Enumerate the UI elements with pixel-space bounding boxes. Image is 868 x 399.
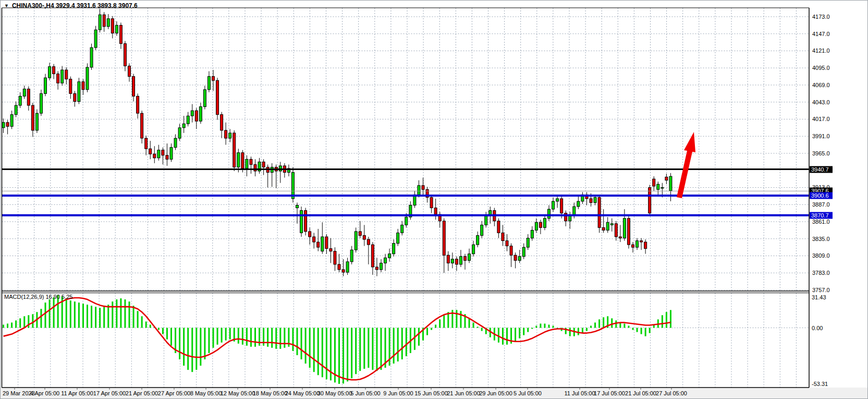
candle-body	[115, 25, 118, 33]
macd-histogram-bar	[615, 320, 617, 328]
price-axis-label: 3835.0	[812, 236, 830, 242]
macd-histogram-bar	[481, 328, 483, 331]
macd-histogram-bar	[469, 318, 470, 328]
candle-body	[212, 77, 215, 81]
macd-histogram-bar	[381, 328, 382, 370]
candle-body	[577, 201, 580, 207]
symbol-dropdown-icon[interactable]: ▼	[4, 3, 9, 8]
price-axis-label: 3861.0	[812, 219, 830, 225]
candle-body	[632, 245, 634, 247]
price-axis-label: 3991.0	[812, 133, 830, 139]
candle-body	[594, 197, 596, 202]
candle-body	[443, 221, 445, 255]
macd-histogram-bar	[275, 328, 277, 349]
macd-histogram-bar	[401, 328, 403, 359]
candle-body	[644, 242, 647, 249]
candle-body	[141, 113, 143, 138]
candle-body	[375, 267, 378, 270]
macd-histogram-bar	[225, 328, 227, 341]
macd-histogram-bar	[347, 328, 348, 382]
macd-histogram-bar	[578, 328, 579, 335]
macd-histogram-bar	[183, 328, 185, 366]
time-axis-label: 15 Jun 05:00	[414, 390, 448, 396]
macd-histogram-bar	[19, 318, 21, 328]
candle-body	[590, 199, 592, 203]
candle-body	[329, 249, 332, 251]
macd-axis-label: 31.43	[812, 294, 826, 300]
price-axis-label: 4147.0	[812, 31, 830, 37]
candle-body	[162, 150, 164, 155]
macd-histogram-bar	[502, 328, 504, 345]
candle-body	[535, 222, 537, 230]
macd-histogram-bar	[649, 328, 651, 333]
price-tag: 3900.6	[810, 192, 833, 199]
candle-body	[401, 225, 404, 233]
candle-body	[560, 199, 563, 213]
candle-body	[262, 162, 265, 167]
candle-body	[531, 230, 533, 238]
candle-body	[354, 232, 357, 250]
macd-histogram-bar	[309, 328, 311, 368]
time-axis-label: 11 Jul 05:00	[564, 390, 595, 396]
price-axis-label: 3757.0	[812, 287, 830, 293]
macd-histogram-bar	[338, 328, 340, 384]
candle-body	[472, 245, 475, 254]
macd-indicator-label: MACD(12,26,9) 16.90 5.25	[4, 294, 72, 300]
candle-body	[556, 199, 559, 201]
macd-histogram-bar	[619, 322, 621, 328]
macd-axis-label: 0.00	[812, 325, 823, 331]
macd-histogram-bar	[120, 298, 121, 328]
macd-histogram-bar	[204, 328, 205, 359]
time-axis-label: 12 May 05:00	[221, 390, 255, 396]
macd-histogram-bar	[313, 328, 315, 372]
macd-histogram-bar	[271, 328, 273, 348]
macd-histogram-bar	[254, 328, 256, 347]
candle-body	[10, 115, 13, 127]
macd-histogram-bar	[53, 297, 55, 328]
macd-histogram-bar	[170, 328, 172, 346]
macd-histogram-bar	[208, 328, 210, 353]
macd-histogram-bar	[355, 328, 357, 374]
macd-histogram-bar	[397, 328, 399, 362]
macd-histogram-bar	[443, 315, 445, 328]
candle-body	[237, 153, 240, 167]
macd-histogram-bar	[368, 328, 369, 368]
candle-body	[229, 133, 231, 138]
macd-histogram-bar	[213, 328, 214, 348]
time-axis-label: 24 May 05:00	[285, 390, 320, 396]
price-axis-label: 4069.0	[812, 82, 830, 88]
macd-histogram-bar	[506, 328, 508, 345]
candle-body	[598, 197, 601, 227]
candle-body	[94, 30, 97, 47]
candle-body	[552, 201, 555, 209]
macd-histogram-bar	[431, 328, 432, 330]
candle-body	[296, 205, 299, 208]
macd-histogram-bar	[586, 328, 588, 331]
macd-histogram-bar	[426, 328, 428, 335]
time-axis-label: 17 Apr 05:00	[93, 390, 126, 396]
macd-histogram-bar	[527, 328, 529, 332]
candle-body	[153, 154, 156, 158]
candle-body	[207, 77, 210, 90]
macd-histogram-bar	[305, 328, 307, 364]
candle-body	[74, 93, 76, 101]
macd-histogram-bar	[439, 319, 441, 328]
chart-canvas[interactable]	[1, 1, 868, 399]
candle-body	[334, 251, 336, 264]
chart-header: ▼ CHINA300-,H4 3929.4 3931.6 3893.8 3907…	[4, 2, 138, 9]
candle-body	[661, 187, 664, 188]
candle-body	[174, 138, 177, 148]
candle-body	[250, 159, 252, 164]
candle-body	[451, 259, 454, 263]
macd-histogram-bar	[456, 310, 457, 328]
macd-histogram-bar	[498, 328, 499, 343]
macd-histogram-bar	[473, 322, 474, 328]
macd-histogram-bar	[414, 328, 415, 350]
candle-body	[627, 219, 630, 245]
candle-body	[300, 211, 303, 233]
candle-body	[422, 186, 424, 190]
macd-histogram-bar	[292, 328, 294, 351]
macd-histogram-bar	[28, 315, 29, 328]
candle-body	[19, 96, 21, 105]
candle-body	[657, 184, 659, 189]
